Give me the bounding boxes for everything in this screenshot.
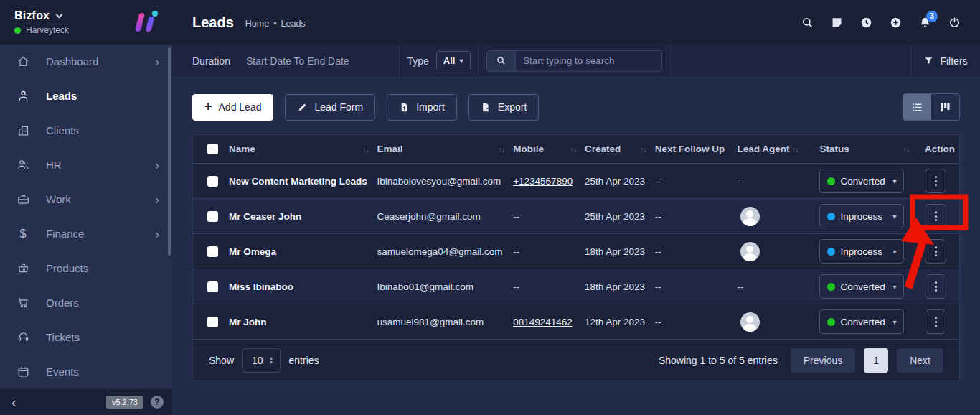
lead-next-follow-up: -- — [655, 281, 661, 292]
lead-created: 18th Apr 2023 — [585, 281, 645, 292]
sidebar-item-label: Leads — [46, 90, 77, 102]
sidebar-item-label: Orders — [46, 297, 79, 309]
previous-page-button[interactable]: Previous — [791, 348, 855, 373]
breadcrumb-home[interactable]: Home — [245, 19, 269, 29]
basket-icon — [0, 261, 46, 275]
sort-icon[interactable]: ↑↓ — [570, 145, 577, 154]
sort-icon[interactable]: ↑↓ — [499, 145, 505, 154]
power-icon[interactable] — [948, 16, 961, 29]
lead-email: Ceaserjohn@gmail.com — [377, 211, 481, 222]
row-actions-button[interactable] — [925, 169, 946, 193]
app-root: Bizfox Harveyteck Dashboard › Leads — [0, 0, 980, 415]
sidebar-item-orders[interactable]: Orders — [0, 286, 172, 320]
row-actions-button[interactable] — [925, 309, 946, 334]
row-checkbox[interactable] — [207, 176, 218, 187]
sort-icon[interactable]: ↑↓ — [792, 145, 798, 154]
status-dot — [827, 283, 835, 291]
status-dropdown[interactable]: Inprocess ▾ — [819, 239, 904, 264]
sidebar-item-dashboard[interactable]: Dashboard › — [0, 45, 172, 79]
column-header-lead-agent[interactable]: Lead Agent — [738, 144, 790, 154]
sort-icon[interactable]: ↑↓ — [362, 145, 369, 154]
type-dropdown[interactable]: All▾ — [436, 51, 471, 70]
help-icon[interactable]: ? — [151, 396, 164, 409]
sidebar-item-products[interactable]: Products — [0, 251, 172, 286]
sort-icon[interactable]: ↑↓ — [903, 145, 918, 154]
lead-email: samuelomega04@gmail.com — [377, 246, 503, 257]
sidebar-item-finance[interactable]: $ Finance › — [0, 217, 172, 251]
brand-name: Bizfox — [14, 9, 50, 22]
search-input[interactable] — [516, 51, 661, 71]
dollar-icon: $ — [0, 228, 46, 241]
page-size-select[interactable]: 10 ▲▼ — [242, 348, 281, 373]
file-import-icon — [399, 102, 410, 113]
brand-header: Bizfox Harveyteck — [0, 0, 172, 45]
status-dropdown[interactable]: Converted ▾ — [819, 169, 904, 193]
sidebar-item-events[interactable]: Events — [0, 355, 172, 389]
column-header-mobile[interactable]: Mobile — [513, 144, 544, 154]
sort-icon[interactable]: ↑↓ — [640, 145, 646, 154]
caret-down-icon: ▾ — [892, 177, 896, 185]
clock-icon[interactable] — [859, 16, 873, 29]
sidebar-item-work[interactable]: Work › — [0, 182, 172, 217]
row-actions-button[interactable] — [925, 204, 946, 228]
select-all-checkbox[interactable] — [207, 144, 218, 154]
sidebar-item-label: Work — [46, 193, 71, 205]
status-dropdown[interactable]: Converted ▾ — [819, 309, 904, 334]
page-title: Leads — [192, 14, 234, 31]
row-checkbox[interactable] — [207, 211, 218, 222]
sidebar-scrollbar[interactable] — [168, 47, 171, 256]
view-toggle — [903, 93, 960, 121]
row-checkbox[interactable] — [207, 246, 218, 257]
lead-agent-avatar — [740, 312, 760, 332]
notes-icon[interactable] — [830, 16, 844, 29]
column-header-next-follow-up[interactable]: Next Follow Up — [655, 144, 725, 154]
filter-bar: Duration Start Date To End Date Type All… — [172, 45, 980, 78]
column-header-email[interactable]: Email — [377, 144, 403, 154]
breadcrumb-separator: • — [273, 19, 276, 29]
lead-next-follow-up: -- — [655, 211, 661, 222]
lead-created: 25th Apr 2023 — [585, 211, 645, 222]
row-checkbox[interactable] — [207, 281, 218, 292]
lead-mobile: -- — [513, 246, 519, 257]
date-range-input[interactable]: Start Date To End Date — [246, 55, 349, 67]
sidebar-item-leads[interactable]: Leads — [0, 79, 172, 113]
export-button[interactable]: Export — [468, 94, 539, 121]
chevron-right-icon: › — [155, 193, 159, 206]
column-header-status[interactable]: Status — [819, 144, 849, 154]
status-dropdown[interactable]: Converted ▾ — [819, 274, 904, 299]
table-row: New Content Marketing Leads Ibinaboloves… — [193, 164, 959, 199]
current-page-button[interactable]: 1 — [864, 348, 888, 373]
workspace-switcher[interactable]: Bizfox — [14, 9, 69, 22]
add-circle-icon[interactable] — [889, 16, 903, 29]
chevron-right-icon: › — [155, 55, 159, 68]
import-button[interactable]: Import — [387, 94, 457, 121]
briefcase-icon — [0, 192, 46, 206]
search-icon[interactable] — [801, 16, 814, 29]
list-view-button[interactable] — [903, 94, 931, 120]
filters-button[interactable]: Filters — [911, 45, 980, 77]
status-label: Inprocess — [840, 211, 887, 222]
column-header-name[interactable]: Name — [229, 144, 255, 154]
collapse-sidebar-icon[interactable]: ‹ — [11, 395, 17, 409]
sidebar-item-tickets[interactable]: Tickets — [0, 320, 172, 355]
row-actions-button[interactable] — [925, 239, 946, 264]
status-dot — [827, 213, 835, 220]
status-dropdown[interactable]: Inprocess ▾ — [819, 204, 904, 228]
calendar-icon — [0, 365, 46, 378]
sidebar-item-clients[interactable]: Clients — [0, 113, 172, 148]
sidebar-item-label: Clients — [46, 124, 79, 136]
pencil-icon — [297, 102, 308, 113]
column-header-created[interactable]: Created — [585, 144, 621, 154]
sidebar-item-hr[interactable]: HR › — [0, 148, 172, 182]
lead-created: 12th Apr 2023 — [585, 317, 645, 327]
lead-mobile-link[interactable]: 08149241462 — [513, 317, 573, 327]
kanban-view-button[interactable] — [931, 94, 959, 120]
row-checkbox[interactable] — [207, 317, 218, 327]
bell-icon[interactable]: 3 — [918, 16, 932, 29]
lead-form-button[interactable]: Lead Form — [285, 94, 375, 121]
add-lead-button[interactable]: + Add Lead — [192, 94, 273, 121]
lead-mobile: -- — [513, 211, 519, 222]
next-page-button[interactable]: Next — [897, 348, 943, 373]
lead-mobile-link[interactable]: +1234567890 — [513, 176, 573, 187]
row-actions-button[interactable] — [925, 274, 946, 299]
